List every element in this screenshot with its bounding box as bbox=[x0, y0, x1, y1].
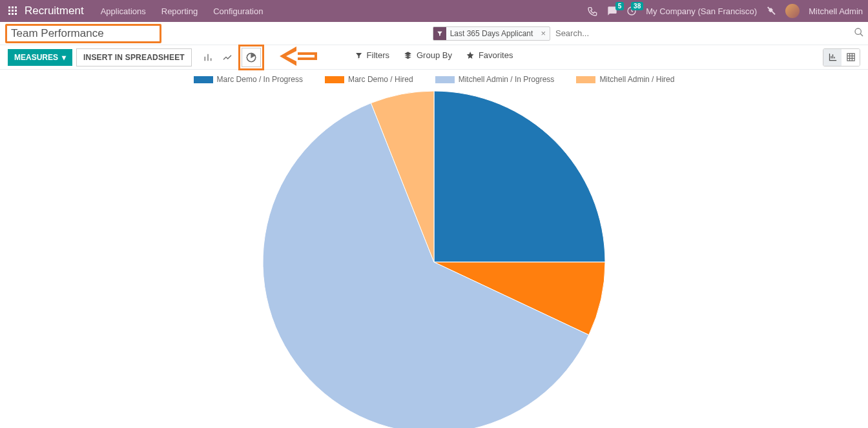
chart-legend: Marc Demo / In ProgressMarc Demo / Hired… bbox=[0, 75, 868, 84]
legend-item[interactable]: Mitchell Admin / Hired bbox=[576, 75, 674, 84]
svg-rect-2 bbox=[15, 6, 17, 8]
chart-area: Marc Demo / In ProgressMarc Demo / Hired… bbox=[0, 70, 868, 428]
legend-label: Mitchell Admin / Hired bbox=[599, 75, 674, 84]
company-selector[interactable]: My Company (San Francisco) bbox=[646, 6, 757, 16]
legend-item[interactable]: Marc Demo / In Progress bbox=[194, 75, 303, 84]
filters-center: Filters Group By Favorites bbox=[355, 50, 513, 60]
control-row: Team Performance Last 365 Days Applicant… bbox=[0, 22, 868, 45]
graph-view-button[interactable] bbox=[823, 49, 842, 66]
line-chart-button[interactable] bbox=[218, 48, 237, 67]
chart-type-group bbox=[198, 45, 264, 70]
pie-chart bbox=[253, 88, 615, 428]
toolbar-row: MEASURES ▾ INSERT IN SPREADSHEET Filters… bbox=[0, 45, 868, 70]
insert-spreadsheet-button[interactable]: INSERT IN SPREADSHEET bbox=[76, 48, 192, 66]
measures-label: MEASURES bbox=[14, 53, 58, 62]
messaging-icon[interactable]: 5 bbox=[607, 6, 617, 16]
svg-rect-8 bbox=[15, 13, 17, 15]
svg-rect-7 bbox=[12, 13, 14, 15]
legend-item[interactable]: Mitchell Admin / In Progress bbox=[435, 75, 555, 84]
pie-button-highlight bbox=[238, 45, 264, 70]
filters-button[interactable]: Filters bbox=[355, 50, 389, 60]
svg-rect-0 bbox=[8, 6, 10, 8]
page-title: Team Performance bbox=[11, 27, 104, 39]
groupby-button[interactable]: Group By bbox=[404, 50, 452, 60]
activity-clock-icon[interactable]: 38 bbox=[626, 6, 637, 16]
legend-swatch bbox=[576, 76, 595, 83]
breadcrumb-title: Team Performance bbox=[5, 24, 161, 43]
app-brand[interactable]: Recruitment bbox=[25, 5, 84, 17]
activity-badge: 38 bbox=[631, 2, 643, 10]
menu-configuration[interactable]: Configuration bbox=[205, 6, 271, 16]
svg-rect-18 bbox=[298, 55, 315, 57]
search-icon[interactable] bbox=[850, 27, 868, 39]
legend-item[interactable]: Marc Demo / Hired bbox=[325, 75, 413, 84]
user-name-label[interactable]: Mitchell Admin bbox=[809, 6, 863, 16]
top-navbar: Recruitment Applications Reporting Confi… bbox=[0, 0, 868, 22]
menu-applications[interactable]: Applications bbox=[93, 6, 154, 16]
legend-swatch bbox=[325, 76, 344, 83]
search-facet[interactable]: Last 365 Days Applicant × bbox=[433, 26, 550, 41]
user-avatar[interactable] bbox=[785, 4, 800, 18]
search-input[interactable] bbox=[550, 26, 850, 41]
navbar-left: Recruitment Applications Reporting Confi… bbox=[5, 3, 271, 19]
svg-rect-1 bbox=[12, 6, 14, 8]
tools-icon[interactable] bbox=[766, 6, 776, 16]
menu-reporting[interactable]: Reporting bbox=[154, 6, 205, 16]
favorites-button[interactable]: Favorites bbox=[466, 50, 513, 60]
bar-chart-button[interactable] bbox=[198, 48, 218, 67]
pie-chart-button[interactable] bbox=[242, 48, 261, 67]
phone-icon[interactable] bbox=[588, 6, 598, 16]
view-switcher bbox=[823, 48, 860, 66]
apps-grid-icon[interactable] bbox=[5, 3, 21, 19]
legend-label: Mitchell Admin / In Progress bbox=[459, 75, 555, 84]
caret-down-icon: ▾ bbox=[62, 53, 66, 62]
filter-facet-icon bbox=[433, 27, 446, 40]
annotation-arrow-icon bbox=[280, 45, 318, 69]
facet-label: Last 365 Days Applicant bbox=[446, 29, 537, 38]
filters-label: Filters bbox=[367, 50, 389, 60]
legend-label: Marc Demo / In Progress bbox=[217, 75, 303, 84]
svg-line-11 bbox=[860, 34, 863, 36]
navbar-right: 5 38 My Company (San Francisco) Mitchell… bbox=[588, 4, 863, 18]
pivot-view-button[interactable] bbox=[842, 49, 860, 66]
search-wrap: Last 365 Days Applicant × bbox=[433, 26, 868, 41]
svg-rect-20 bbox=[847, 54, 854, 61]
legend-swatch bbox=[194, 76, 213, 83]
facet-remove-icon[interactable]: × bbox=[537, 28, 550, 38]
favorites-label: Favorites bbox=[479, 50, 513, 60]
svg-rect-6 bbox=[8, 13, 10, 15]
svg-rect-5 bbox=[15, 10, 17, 12]
svg-rect-4 bbox=[12, 10, 14, 12]
legend-swatch bbox=[435, 76, 455, 83]
svg-rect-3 bbox=[8, 10, 10, 12]
svg-point-10 bbox=[855, 28, 861, 34]
measures-button[interactable]: MEASURES ▾ bbox=[8, 49, 72, 66]
pie-wrap bbox=[0, 88, 868, 428]
messaging-badge: 5 bbox=[615, 2, 625, 10]
pie-slice[interactable] bbox=[434, 91, 605, 262]
groupby-label: Group By bbox=[417, 50, 452, 60]
legend-label: Marc Demo / Hired bbox=[348, 75, 413, 84]
